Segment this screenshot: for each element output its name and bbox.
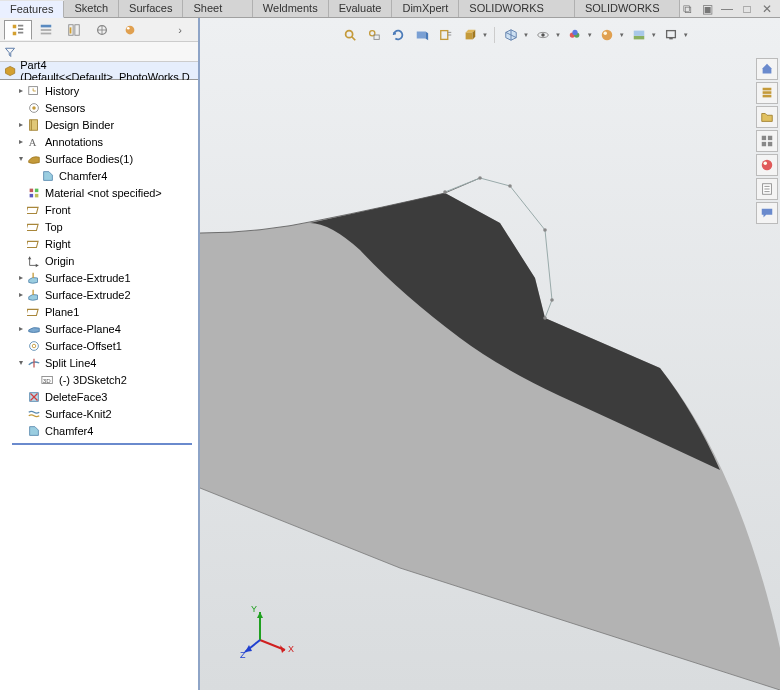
tree-item-surface-extrude2[interactable]: ▸Surface-Extrude2 (0, 286, 198, 303)
view-orientation-button[interactable] (501, 25, 521, 45)
tree-item-surface-extrude1[interactable]: ▸Surface-Extrude1 (0, 269, 198, 286)
feature-manager-panel: › Part4 (Default<<Default>_PhotoWorks D … (0, 18, 200, 690)
part-root-node[interactable]: Part4 (Default<<Default>_PhotoWorks D (0, 62, 198, 80)
svg-rect-32 (41, 24, 52, 27)
tree-item-surface-plane4[interactable]: ▸Surface-Plane4 (0, 320, 198, 337)
expander-icon[interactable]: ▸ (16, 290, 26, 299)
dropdown-arrow-icon[interactable]: ▼ (523, 32, 529, 38)
tab-solidworks-add-ins[interactable]: SOLIDWORKS Add-Ins (459, 0, 575, 17)
expander-icon[interactable]: ▸ (16, 137, 26, 146)
tree-item-split-line4[interactable]: ▾Split Line4 (0, 354, 198, 371)
tab-sheet-metal[interactable]: Sheet Metal (183, 0, 252, 17)
tree-item--3dsketch2[interactable]: 3D(-) 3DSketch2 (0, 371, 198, 388)
tree-item-label: Surface-Plane4 (45, 323, 121, 335)
tree-item-deleteface3[interactable]: DeleteFace3 (0, 388, 198, 405)
tree-item-sensors[interactable]: Sensors (0, 99, 198, 116)
graphics-viewport[interactable]: ◂ X Y Z (200, 18, 780, 690)
tree-item-label: DeleteFace3 (45, 391, 107, 403)
expander-icon[interactable]: ▸ (16, 273, 26, 282)
svg-rect-5 (417, 32, 426, 39)
history-icon (26, 84, 42, 98)
dropdown-arrow-icon[interactable]: ▼ (651, 32, 657, 38)
tree-item-right[interactable]: Right (0, 235, 198, 252)
display-manager-tab[interactable] (116, 20, 144, 40)
svg-rect-29 (18, 28, 23, 30)
tree-item-top[interactable]: Top (0, 218, 198, 235)
tree-item-front[interactable]: Front (0, 201, 198, 218)
dropdown-arrow-icon[interactable]: ▼ (555, 32, 561, 38)
close-button[interactable]: ✕ (760, 2, 774, 16)
tree-item-material-not-specified-[interactable]: Material <not specified> (0, 184, 198, 201)
expander-icon[interactable]: ▾ (16, 154, 26, 163)
tree-item-surface-knit2[interactable]: Surface-Knit2 (0, 405, 198, 422)
plane-icon (26, 220, 42, 234)
doc-restore-button[interactable]: ⧉ (680, 2, 694, 16)
expander-icon[interactable]: ▸ (16, 86, 26, 95)
tree-item-chamfer4[interactable]: Chamfer4 (0, 422, 198, 439)
tree-item-chamfer4[interactable]: Chamfer4 (0, 167, 198, 184)
part-icon (4, 64, 16, 78)
appearances-button[interactable] (756, 154, 778, 176)
tab-sketch[interactable]: Sketch (64, 0, 119, 17)
feature-manager-tab[interactable] (4, 20, 32, 40)
edit-appearance-button[interactable] (597, 25, 617, 45)
tree-item-plane1[interactable]: Plane1 (0, 303, 198, 320)
dropdown-arrow-icon[interactable]: ▼ (619, 32, 625, 38)
expander-icon[interactable]: ▸ (16, 120, 26, 129)
tree-item-label: Front (45, 204, 71, 216)
svg-rect-30 (13, 31, 17, 35)
tree-item-design-binder[interactable]: ▸Design Binder (0, 116, 198, 133)
tab-weldments[interactable]: Weldments (253, 0, 329, 17)
tab-evaluate[interactable]: Evaluate (329, 0, 393, 17)
tree-item-surface-bodies-1-[interactable]: ▾Surface Bodies(1) (0, 150, 198, 167)
hide-show-items-button[interactable] (565, 25, 585, 45)
svg-marker-85 (257, 612, 263, 618)
svg-rect-27 (13, 24, 17, 28)
dimxpert-manager-tab[interactable] (88, 20, 116, 40)
tree-item-history[interactable]: ▸History (0, 82, 198, 99)
minimize-button[interactable]: — (720, 2, 734, 16)
dropdown-arrow-icon[interactable]: ▼ (482, 32, 488, 38)
custom-properties-button[interactable] (756, 178, 778, 200)
view-palette-button[interactable] (756, 130, 778, 152)
3d-drawing-button[interactable] (460, 25, 480, 45)
design-library-button[interactable] (756, 82, 778, 104)
rollback-bar[interactable] (12, 443, 192, 445)
svg-rect-53 (35, 188, 39, 192)
solidworks-forum-button[interactable] (756, 202, 778, 224)
dynamic-annotation-button[interactable] (436, 25, 456, 45)
display-style-button[interactable] (533, 25, 553, 45)
solidworks-resources-button[interactable] (756, 58, 778, 80)
svg-rect-96 (762, 142, 766, 146)
dropdown-arrow-icon[interactable]: ▼ (683, 32, 689, 38)
tree-item-origin[interactable]: Origin (0, 252, 198, 269)
zoom-to-area-button[interactable] (364, 25, 384, 45)
section-view-button[interactable] (412, 25, 432, 45)
filter-icon (4, 46, 16, 58)
tab-solidworks-mbd[interactable]: SOLIDWORKS MBD (575, 0, 680, 17)
view-triad[interactable]: X Y Z (240, 600, 300, 660)
apply-scene-button[interactable] (629, 25, 649, 45)
tab-surfaces[interactable]: Surfaces (119, 0, 183, 17)
tree-item-annotations[interactable]: ▸AAnnotations (0, 133, 198, 150)
svg-marker-51 (44, 171, 53, 180)
svg-point-17 (541, 33, 545, 37)
zoom-to-fit-button[interactable] (340, 25, 360, 45)
doc-new-window-button[interactable]: ▣ (700, 2, 714, 16)
svg-point-42 (127, 26, 130, 29)
configuration-manager-tab[interactable] (60, 20, 88, 40)
tab-features[interactable]: Features (0, 1, 64, 18)
maximize-button[interactable]: □ (740, 2, 754, 16)
tab-dimxpert[interactable]: DimXpert (392, 0, 459, 17)
surfextrude-icon (26, 288, 42, 302)
expand-manager-button[interactable]: › (166, 20, 194, 40)
expander-icon[interactable]: ▸ (16, 324, 26, 333)
dropdown-arrow-icon[interactable]: ▼ (587, 32, 593, 38)
previous-view-button[interactable] (388, 25, 408, 45)
property-manager-tab[interactable] (32, 20, 60, 40)
tree-item-surface-offset1[interactable]: Surface-Offset1 (0, 337, 198, 354)
tree-item-label: History (45, 85, 79, 97)
view-settings-button[interactable] (661, 25, 681, 45)
file-explorer-button[interactable] (756, 106, 778, 128)
expander-icon[interactable]: ▾ (16, 358, 26, 367)
